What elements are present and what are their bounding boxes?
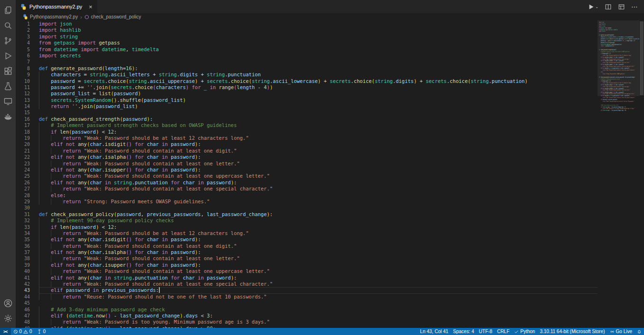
code-line[interactable]: 39elif not any(char.isupper() for char i…: [16, 262, 598, 268]
scrollbar-thumb[interactable]: [640, 21, 644, 95]
code-line[interactable]: 16def check_password_strength(password):: [16, 116, 598, 122]
code-line[interactable]: 29return "Strong: Password meets OWASP g…: [16, 199, 598, 205]
code-line[interactable]: 8def generate_password(length=16):: [16, 65, 598, 72]
line-number[interactable]: 36: [16, 243, 30, 249]
line-number[interactable]: 49: [16, 326, 30, 328]
run-dropdown-chevron-icon[interactable]: ⌄: [595, 5, 598, 9]
line-content[interactable]: elif not any(char in string.punctuation …: [39, 275, 598, 281]
code-line[interactable]: 45: [16, 300, 598, 306]
line-content[interactable]: elif not any(char.isalpha() for char in …: [39, 154, 598, 160]
code-line[interactable]: 15: [16, 109, 598, 116]
line-content[interactable]: import string: [39, 34, 598, 40]
line-number[interactable]: 23: [16, 161, 30, 167]
line-content[interactable]: # Add 3-day minimum password age check: [39, 307, 598, 313]
line-content[interactable]: characters = string.ascii_letters + stri…: [39, 72, 598, 78]
line-number[interactable]: 9: [16, 72, 30, 78]
line-content[interactable]: return "Reuse: Password should not be on…: [39, 294, 598, 300]
code-line[interactable]: 38return "Weak: Password should contain …: [16, 255, 598, 262]
line-number[interactable]: 32: [16, 217, 30, 224]
remote-explorer-icon[interactable]: [2, 95, 14, 107]
line-number[interactable]: 43: [16, 287, 30, 293]
code-line[interactable]: 46# Add 3-day minimum password age check: [16, 307, 598, 313]
code-line[interactable]: 22elif not any(char.isalpha() for char i…: [16, 154, 598, 160]
line-content[interactable]: return "Weak: Password should contain at…: [39, 243, 598, 249]
account-icon[interactable]: [2, 297, 14, 309]
line-number[interactable]: 37: [16, 249, 30, 255]
code-line[interactable]: 48return "Weak: Password is too young. M…: [16, 319, 598, 325]
line-number[interactable]: 3: [16, 34, 30, 40]
line-content[interactable]: elif not any(char.isdigit() for char in …: [39, 236, 598, 243]
code-line[interactable]: 32# Implement 90-day password policy che…: [16, 217, 598, 224]
line-content[interactable]: from getpass import getpass: [39, 40, 598, 46]
line-content[interactable]: [39, 109, 598, 116]
line-content[interactable]: return "Weak: Password should be at leas…: [39, 135, 598, 141]
line-content[interactable]: return "Weak: Password should contain at…: [39, 161, 598, 167]
source-control-icon[interactable]: [2, 35, 14, 46]
line-content[interactable]: elif not any(char.isdigit() for char in …: [39, 141, 598, 147]
line-content[interactable]: def generate_password(length=16):: [39, 65, 598, 72]
line-number[interactable]: 45: [16, 300, 30, 306]
code-line[interactable]: 26elif not any(char in string.punctuatio…: [16, 180, 598, 186]
line-content[interactable]: password += ''.join(secrets.choice(chara…: [39, 84, 598, 91]
line-content[interactable]: password_list = list(password): [39, 91, 598, 97]
line-content[interactable]: [39, 59, 598, 65]
line-number[interactable]: 26: [16, 180, 30, 186]
line-content[interactable]: return "Weak: Password should contain at…: [39, 268, 598, 274]
code-line[interactable]: 41elif not any(char in string.punctuatio…: [16, 275, 598, 281]
indentation[interactable]: Spaces: 4: [451, 328, 476, 335]
code-line[interactable]: 25return "Weak: Password should contain …: [16, 173, 598, 179]
testing-icon[interactable]: [2, 80, 14, 92]
line-number[interactable]: 40: [16, 268, 30, 274]
line-content[interactable]: if len(password) < 12:: [39, 224, 598, 230]
line-number[interactable]: 28: [16, 192, 30, 199]
line-content[interactable]: else:: [39, 192, 598, 199]
code-line[interactable]: 27return "Weak: Password should contain …: [16, 186, 598, 192]
go-live-button[interactable]: Go Live: [607, 328, 635, 335]
ports-indicator[interactable]: 0: [35, 328, 48, 335]
breadcrumb-symbol[interactable]: check_password_policy: [84, 14, 141, 19]
line-number[interactable]: 29: [16, 199, 30, 205]
code-line[interactable]: 36return "Weak: Password should contain …: [16, 243, 598, 249]
line-content[interactable]: return "Strong: Password meets OWASP gui…: [39, 199, 598, 205]
line-number[interactable]: 31: [16, 211, 30, 217]
line-number[interactable]: 39: [16, 262, 30, 268]
line-number[interactable]: 20: [16, 141, 30, 147]
line-number[interactable]: 19: [16, 135, 30, 141]
line-number[interactable]: 48: [16, 319, 30, 325]
line-content[interactable]: elif (datetime.now() - last_password_cha…: [39, 313, 598, 319]
line-number[interactable]: 2: [16, 27, 30, 33]
code-lines[interactable]: 1import json2import hashlib3import strin…: [16, 20, 598, 328]
line-number[interactable]: 47: [16, 313, 30, 319]
line-content[interactable]: secrets.SystemRandom().shuffle(password_…: [39, 97, 598, 103]
line-number[interactable]: 18: [16, 129, 30, 135]
line-number[interactable]: 8: [16, 65, 30, 72]
line-number[interactable]: 30: [16, 205, 30, 211]
line-number[interactable]: 24: [16, 167, 30, 173]
encoding[interactable]: UTF-8: [477, 328, 495, 335]
line-number[interactable]: 5: [16, 46, 30, 53]
run-python-file-button[interactable]: ⌄: [588, 3, 598, 10]
eol-sequence[interactable]: CRLF: [495, 328, 512, 335]
code-line[interactable]: 19return "Weak: Password should be at le…: [16, 135, 598, 141]
line-content[interactable]: from datetime import datetime, timedelta: [39, 46, 598, 53]
line-content[interactable]: return "Weak: Password should contain at…: [39, 173, 598, 179]
line-number[interactable]: 17: [16, 122, 30, 128]
line-content[interactable]: if len(password) < 12:: [39, 129, 598, 135]
line-number[interactable]: 41: [16, 275, 30, 281]
line-content[interactable]: # Implement password strength checks bas…: [39, 122, 598, 128]
code-line[interactable]: 24elif not any(char.isupper() for char i…: [16, 167, 598, 173]
line-number[interactable]: 42: [16, 281, 30, 287]
line-number[interactable]: 1: [16, 21, 30, 27]
code-line[interactable]: 2import hashlib: [16, 27, 598, 33]
code-line[interactable]: 17# Implement password strength checks b…: [16, 122, 598, 128]
extensions-icon[interactable]: [2, 65, 14, 77]
code-line[interactable]: 3import string: [16, 34, 598, 40]
code-line[interactable]: 14return ''.join(password_list): [16, 103, 598, 109]
cursor-position[interactable]: Ln 43, Col 41: [418, 328, 451, 335]
line-content[interactable]: [39, 205, 598, 211]
line-number[interactable]: 11: [16, 84, 30, 91]
search-icon[interactable]: [2, 19, 14, 31]
line-content[interactable]: import json: [39, 21, 598, 27]
line-number[interactable]: 38: [16, 255, 30, 262]
line-number[interactable]: 7: [16, 59, 30, 65]
